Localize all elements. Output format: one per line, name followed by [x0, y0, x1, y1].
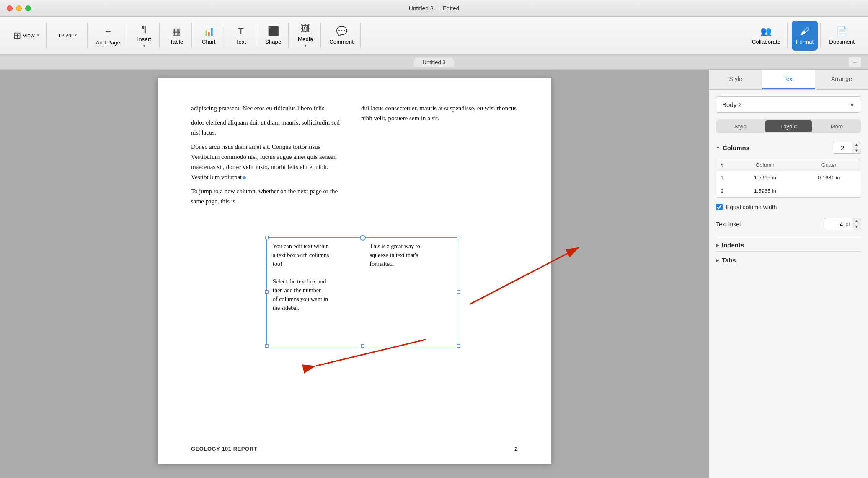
text-inset-label: Text Inset: [716, 221, 741, 228]
toolbar-collaborate-group: 👥 Collaborate: [745, 23, 788, 48]
col-row-1-gutter[interactable]: 0.1681 in: [797, 171, 861, 184]
insert-chevron-icon: ▼: [142, 44, 146, 48]
table-icon: ▦: [172, 26, 181, 37]
sub-tab-more[interactable]: More: [813, 120, 860, 132]
handle-top-center[interactable]: [360, 235, 366, 241]
sub-tab-style[interactable]: Style: [717, 120, 764, 132]
collaborate-icon: 👥: [760, 26, 772, 37]
document-button[interactable]: 📄 Document: [825, 21, 859, 51]
style-dropdown-label: Body 2: [722, 101, 742, 108]
text-button[interactable]: T Text: [228, 21, 253, 51]
canvas-area[interactable]: adipiscing praesent. Nec eros eu ridicul…: [0, 70, 709, 478]
toolbar-chart-group: 📊 Chart: [194, 23, 224, 48]
page-body: adipiscing praesent. Nec eros eu ridicul…: [191, 103, 518, 209]
text-inset-increment-button[interactable]: ▲: [852, 218, 861, 224]
handle-top-left[interactable]: [265, 236, 269, 239]
shape-label: Shape: [265, 39, 282, 45]
body-para-5: dui lacus consectetuer, mauris at suspen…: [361, 103, 518, 123]
handle-bot-center[interactable]: [361, 344, 364, 348]
tab-bar: Untitled 3 ＋: [0, 55, 868, 70]
selected-text-box[interactable]: You can edit text within a text box with…: [266, 237, 459, 346]
col-header-gutter: Gutter: [797, 159, 861, 171]
view-icon: ⊞: [13, 30, 21, 41]
table-row: 1 1.5965 in 0.1681 in: [716, 171, 861, 184]
maximize-button[interactable]: [25, 5, 31, 11]
chart-button[interactable]: 📊 Chart: [196, 21, 221, 51]
sidebar-tabs: Style Text Arrange: [709, 70, 868, 90]
columns-table-header: # Column Gutter: [716, 159, 861, 171]
columns-table: # Column Gutter 1 1.5965 in 0.1681 in 2 …: [716, 159, 861, 198]
handle-mid-right[interactable]: [457, 290, 460, 294]
tabs-section: ▶ Tabs: [716, 251, 861, 264]
toolbar-text-group: T Text: [226, 23, 256, 48]
equal-column-width-label: Equal column width: [726, 204, 777, 210]
toolbar-zoom-group: 125% ▼: [49, 23, 88, 48]
add-page-icon: ＋: [103, 25, 113, 38]
handle-mid-left[interactable]: [265, 290, 269, 294]
columns-stepper[interactable]: 2 ▲ ▼: [833, 142, 861, 154]
text-box-col-1: You can edit text within a text box with…: [273, 242, 356, 342]
col-row-2-gutter: [797, 184, 861, 197]
add-page-button[interactable]: ＋ Add Page: [92, 21, 125, 51]
view-button[interactable]: ⊞ View ▼: [9, 21, 44, 51]
close-button[interactable]: [7, 5, 13, 11]
comment-button[interactable]: 💬 Comment: [325, 21, 358, 51]
columns-decrement-button[interactable]: ▼: [852, 148, 861, 153]
handle-top-right[interactable]: [457, 236, 460, 239]
sub-tabs: Style Layout More: [716, 120, 861, 133]
sidebar-content: Body 2 ▼ Style Layout More ▼ Columns 2 ▲: [709, 90, 868, 478]
shape-button[interactable]: ⬛ Shape: [261, 21, 286, 51]
tabs-header[interactable]: ▶ Tabs: [716, 257, 861, 264]
text-box-container: You can edit text within a text box with…: [266, 237, 459, 346]
style-dropdown[interactable]: Body 2 ▼: [716, 96, 861, 113]
table-label: Table: [170, 39, 183, 45]
columns-title[interactable]: ▼ Columns: [716, 144, 749, 151]
media-icon: 🖼: [301, 23, 310, 34]
indents-header[interactable]: ▶ Indents: [716, 242, 861, 249]
col-row-2-width[interactable]: 1.5965 in: [733, 184, 797, 197]
table-button[interactable]: ▦ Table: [164, 21, 189, 51]
view-label: View: [23, 32, 35, 39]
toolbar: ⊞ View ▼ 125% ▼ ＋ Add Page ¶ Insert ▼ ▦ …: [0, 17, 868, 55]
columns-label: Columns: [723, 144, 749, 151]
column-divider: [363, 242, 363, 342]
style-dropdown-chevron-icon: ▼: [849, 101, 855, 108]
toolbar-format-group: 🖌 Format: [789, 23, 821, 48]
text-inset-decrement-button[interactable]: ▼: [852, 224, 861, 230]
tab-arrange[interactable]: Arrange: [815, 70, 868, 89]
add-sheet-button[interactable]: ＋: [849, 57, 861, 67]
svg-line-2: [470, 247, 579, 304]
chart-icon: 📊: [203, 26, 214, 37]
document-page: adipiscing praesent. Nec eros eu ridicul…: [158, 78, 551, 464]
footer-right: 2: [514, 445, 518, 454]
zoom-label: 125%: [58, 32, 72, 39]
comment-label: Comment: [329, 39, 354, 45]
minimize-button[interactable]: [16, 5, 22, 11]
document-tab[interactable]: Untitled 3: [414, 57, 455, 67]
columns-count-input[interactable]: 2: [833, 143, 852, 153]
tab-style[interactable]: Style: [709, 70, 762, 89]
text-inset-row: Text Inset pt ▲ ▼: [716, 218, 861, 230]
zoom-button[interactable]: 125% ▼: [51, 21, 85, 51]
insert-label: Insert: [137, 36, 151, 42]
text-icon: T: [238, 26, 243, 37]
sub-tab-layout[interactable]: Layout: [765, 120, 812, 132]
col-row-1-width[interactable]: 1.5965 in: [733, 171, 797, 184]
media-chevron-icon: ▼: [304, 44, 307, 48]
text-inset-field[interactable]: pt ▲ ▼: [824, 218, 861, 230]
columns-section-header: ▼ Columns 2 ▲ ▼: [716, 142, 861, 154]
columns-increment-button[interactable]: ▲: [852, 142, 861, 148]
page-footer: GEOLOGY 101 REPORT 2: [191, 445, 518, 454]
collaborate-button[interactable]: 👥 Collaborate: [748, 21, 785, 51]
equal-column-width-checkbox[interactable]: [716, 204, 723, 210]
tab-text[interactable]: Text: [762, 70, 815, 89]
handle-bot-left[interactable]: [265, 344, 269, 348]
text-inset-input[interactable]: [824, 219, 845, 229]
format-button[interactable]: 🖌 Format: [792, 21, 818, 51]
indents-title: Indents: [722, 242, 744, 249]
toolbar-addpage-group: ＋ Add Page: [89, 23, 128, 48]
media-button[interactable]: 🖼 Media ▼: [293, 21, 318, 51]
handle-bot-right[interactable]: [457, 344, 460, 348]
col-row-1-num: 1: [716, 171, 733, 184]
insert-button[interactable]: ¶ Insert ▼: [132, 21, 157, 51]
